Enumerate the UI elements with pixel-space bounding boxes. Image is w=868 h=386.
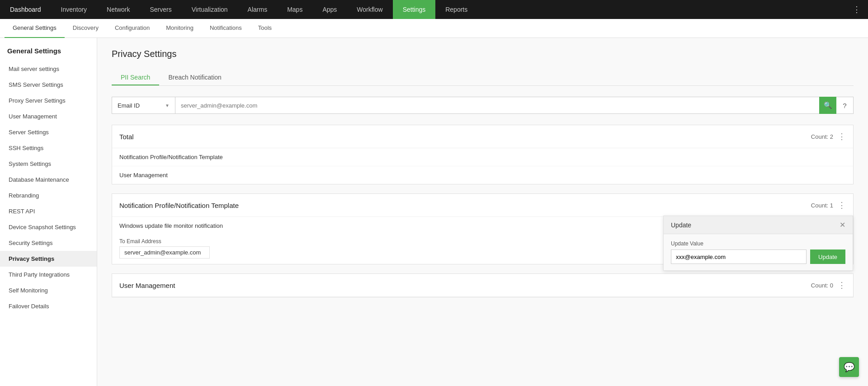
sidebar-item-privacy[interactable]: Privacy Settings <box>0 251 97 267</box>
page-title: Privacy Settings <box>112 49 854 59</box>
nav-item-dashboard[interactable]: Dashboard <box>0 0 51 19</box>
nav-item-apps[interactable]: Apps <box>312 0 347 19</box>
total-card: Total Count: 2 ⋮ Notification Profile/No… <box>112 125 854 184</box>
nav-item-servers[interactable]: Servers <box>140 0 181 19</box>
subnav-notifications[interactable]: Notifications <box>202 19 250 38</box>
chat-icon: 💬 <box>844 362 855 372</box>
user-mgmt-card-count: Count: 0 <box>811 282 833 289</box>
nav-item-workflow[interactable]: Workflow <box>347 0 392 19</box>
sidebar-item-proxy[interactable]: Proxy Server Settings <box>0 93 97 108</box>
total-card-count: Count: 2 <box>811 133 833 140</box>
notification-card-title: Notification Profile/Notification Templa… <box>119 202 811 209</box>
popup-close-icon[interactable]: ✕ <box>840 221 845 229</box>
subnav-general-settings[interactable]: General Settings <box>5 19 65 38</box>
sidebar-item-third-party[interactable]: Third Party Integrations <box>0 267 97 282</box>
subnav-discovery[interactable]: Discovery <box>65 19 107 38</box>
popup-title: Update <box>671 221 691 229</box>
search-button[interactable]: 🔍 <box>819 97 836 114</box>
search-bar: Email ID ▼ 🔍 ? <box>112 97 854 114</box>
search-type-select[interactable]: Email ID ▼ <box>112 97 175 114</box>
sidebar: General Settings Mail server settings SM… <box>0 38 97 386</box>
update-button[interactable]: Update <box>810 249 845 264</box>
user-mgmt-card-title: User Management <box>119 282 811 289</box>
sidebar-item-self-monitoring[interactable]: Self Monitoring <box>0 282 97 298</box>
total-card-menu-icon[interactable]: ⋮ <box>838 132 846 141</box>
nav-item-network[interactable]: Network <box>97 0 140 19</box>
nav-item-reports[interactable]: Reports <box>435 0 477 19</box>
sidebar-item-rest[interactable]: REST API <box>0 203 97 219</box>
sidebar-title: General Settings <box>0 38 97 61</box>
user-mgmt-card-menu-icon[interactable]: ⋮ <box>838 280 846 290</box>
sidebar-item-user-mgmt[interactable]: User Management <box>0 108 97 124</box>
help-button[interactable]: ? <box>836 97 854 114</box>
sidebar-item-security[interactable]: Security Settings <box>0 235 97 251</box>
total-card-title: Total <box>119 133 811 141</box>
email-label: To Email Address <box>119 238 210 245</box>
notification-profile-card: Notification Profile/Notification Templa… <box>112 193 854 264</box>
sidebar-item-server[interactable]: Server Settings <box>0 124 97 140</box>
nav-item-alarms[interactable]: Alarms <box>238 0 278 19</box>
sidebar-item-failover[interactable]: Failover Details <box>0 298 97 314</box>
subnav-tools[interactable]: Tools <box>250 19 280 38</box>
user-mgmt-card-header: User Management Count: 0 ⋮ <box>112 274 853 297</box>
sidebar-item-device-snapshot[interactable]: Device Snapshot Settings <box>0 219 97 235</box>
search-icon: 🔍 <box>824 101 832 109</box>
main-layout: General Settings Mail server settings SM… <box>0 38 868 386</box>
nav-more-icon[interactable]: ⋮ <box>845 5 868 14</box>
nav-item-virtualization[interactable]: Virtualization <box>182 0 238 19</box>
update-popup: Update ✕ Update Value Update <box>663 216 853 271</box>
email-section: To Email Address server_admin@example.co… <box>119 238 210 259</box>
notification-card-menu-icon[interactable]: ⋮ <box>838 200 846 210</box>
user-management-card: User Management Count: 0 ⋮ <box>112 273 854 297</box>
sidebar-item-system[interactable]: System Settings <box>0 156 97 172</box>
chevron-down-icon: ▼ <box>165 103 170 108</box>
sub-navigation: General Settings Discovery Configuration… <box>0 19 868 38</box>
inner-tabs: PII Search Breach Notification <box>112 70 854 86</box>
sidebar-item-rebranding[interactable]: Rebranding <box>0 188 97 203</box>
email-value: server_admin@example.com <box>119 246 210 259</box>
update-value-input[interactable] <box>671 249 807 264</box>
total-card-header: Total Count: 2 ⋮ <box>112 125 853 148</box>
nav-item-inventory[interactable]: Inventory <box>51 0 97 19</box>
tab-pii-search[interactable]: PII Search <box>112 70 159 85</box>
sidebar-item-mail[interactable]: Mail server settings <box>0 61 97 77</box>
help-icon: ? <box>843 102 846 109</box>
notification-card-count: Count: 1 <box>811 202 833 209</box>
nav-item-settings[interactable]: Settings <box>393 0 436 19</box>
popup-body: Update Value Update <box>664 234 853 270</box>
sidebar-item-ssh[interactable]: SSH Settings <box>0 140 97 156</box>
search-select-label: Email ID <box>118 102 140 109</box>
search-input[interactable] <box>175 97 819 114</box>
popup-input-row: Update <box>671 249 845 264</box>
top-navigation: Dashboard Inventory Network Servers Virt… <box>0 0 868 19</box>
tab-breach-notification[interactable]: Breach Notification <box>159 70 231 85</box>
subnav-configuration[interactable]: Configuration <box>107 19 158 38</box>
total-card-row-1: Notification Profile/Notification Templa… <box>112 148 853 166</box>
notification-profile-header: Notification Profile/Notification Templa… <box>112 194 853 217</box>
nav-item-maps[interactable]: Maps <box>277 0 312 19</box>
floating-chat-button[interactable]: 💬 <box>839 357 859 377</box>
notification-row-label: Windows update file monitor notification <box>119 222 223 229</box>
popup-update-value-label: Update Value <box>671 240 845 247</box>
total-card-row-2: User Management <box>112 166 853 184</box>
main-content: Privacy Settings PII Search Breach Notif… <box>97 38 868 386</box>
sidebar-item-db[interactable]: Database Maintenance <box>0 172 97 188</box>
subnav-monitoring[interactable]: Monitoring <box>158 19 202 38</box>
popup-header: Update ✕ <box>664 216 853 234</box>
sidebar-item-sms[interactable]: SMS Server Settings <box>0 77 97 93</box>
